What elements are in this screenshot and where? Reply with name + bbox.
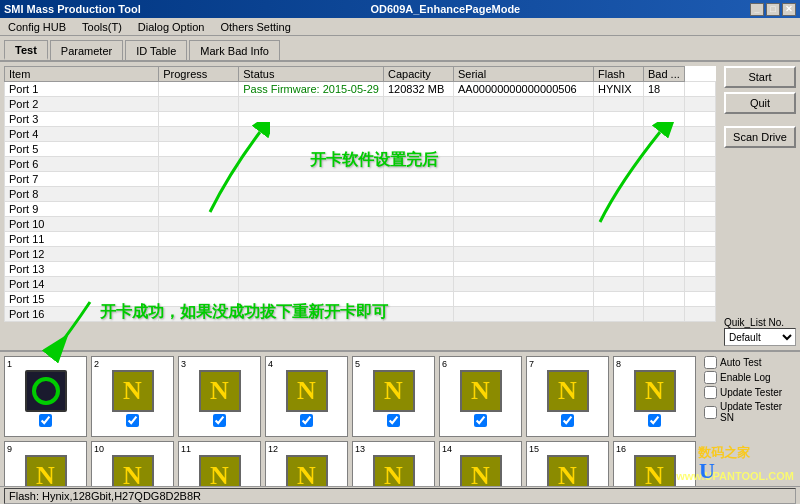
port-checkbox[interactable] [648, 414, 661, 427]
table-cell [593, 247, 643, 262]
col-status: Status [239, 67, 384, 82]
table-cell [453, 292, 593, 307]
table-cell [159, 157, 239, 172]
auto-test-checkbox[interactable] [704, 356, 717, 369]
tab-id-table[interactable]: ID Table [125, 40, 187, 60]
table-cell [684, 217, 715, 232]
menu-tools[interactable]: Tools(T) [78, 20, 126, 34]
port-checkbox[interactable] [561, 414, 574, 427]
menu-others[interactable]: Others Setting [216, 20, 294, 34]
table-row: Port 10 [5, 217, 716, 232]
table-cell [159, 202, 239, 217]
quik-dropdown[interactable]: Default [724, 328, 796, 346]
port-icon-n: N [286, 370, 328, 412]
port-cell: 8N [613, 356, 696, 437]
port-checkbox[interactable] [213, 414, 226, 427]
table-cell [643, 292, 684, 307]
port-cell: 3N [178, 356, 261, 437]
update-tester-checkbox[interactable] [704, 386, 717, 399]
table-cell [684, 82, 715, 97]
title-left: SMI Mass Production Tool [4, 3, 141, 15]
table-cell [684, 202, 715, 217]
table-cell [383, 157, 453, 172]
table-cell: AA00000000000000506 [453, 82, 593, 97]
port-checkbox[interactable] [39, 414, 52, 427]
port-number: 14 [442, 444, 452, 454]
table-cell [643, 247, 684, 262]
menu-config[interactable]: Config HUB [4, 20, 70, 34]
table-cell [593, 157, 643, 172]
port-icon: N [373, 370, 415, 412]
table-cell [643, 277, 684, 292]
table-cell [643, 157, 684, 172]
table-cell: Pass Firmware: 2015-05-29 [239, 82, 384, 97]
table-row: Port 12 [5, 247, 716, 262]
bottom-section: 12N3N4N5N6N7N8N9N10N11N12N13N14N15N16N A… [0, 350, 800, 504]
table-row: Port 3 [5, 112, 716, 127]
table-cell [453, 217, 593, 232]
port-checkbox[interactable] [474, 414, 487, 427]
tab-parameter[interactable]: Parameter [50, 40, 123, 60]
table-cell [593, 97, 643, 112]
table-cell [383, 187, 453, 202]
table-cell [453, 97, 593, 112]
table-cell [643, 172, 684, 187]
port-cell: 5N [352, 356, 435, 437]
col-progress: Progress [159, 67, 239, 82]
maximize-button[interactable]: □ [766, 3, 780, 16]
close-button[interactable]: ✕ [782, 3, 796, 16]
table-cell [643, 232, 684, 247]
table-cell [383, 232, 453, 247]
menu-dialog[interactable]: Dialog Option [134, 20, 209, 34]
table-cell [239, 142, 384, 157]
table-cell: Port 5 [5, 142, 159, 157]
table-row: Port 15 [5, 292, 716, 307]
table-cell [593, 202, 643, 217]
update-tester-sn-checkbox[interactable] [704, 406, 717, 419]
port-checkbox[interactable] [387, 414, 400, 427]
scan-button[interactable]: Scan Drive [724, 126, 796, 148]
table-cell [453, 127, 593, 142]
quit-button[interactable]: Quit [724, 92, 796, 114]
port-active-circle [32, 377, 60, 405]
table-cell: Port 8 [5, 187, 159, 202]
table-cell [593, 292, 643, 307]
minimize-button[interactable]: _ [750, 3, 764, 16]
table-cell: 18 [643, 82, 684, 97]
table-cell [684, 142, 715, 157]
table-cell [684, 127, 715, 142]
port-icon-n: N [460, 370, 502, 412]
table-cell [684, 157, 715, 172]
title-bar: SMI Mass Production Tool OD609A_EnhanceP… [0, 0, 800, 18]
table-cell [383, 292, 453, 307]
port-number: 5 [355, 359, 360, 369]
table-row: Port 5 [5, 142, 716, 157]
table-cell: Port 4 [5, 127, 159, 142]
port-icon: N [199, 370, 241, 412]
table-row: Port 13 [5, 262, 716, 277]
tab-mark-bad[interactable]: Mark Bad Info [189, 40, 279, 60]
port-checkbox[interactable] [300, 414, 313, 427]
table-cell [239, 247, 384, 262]
tab-test[interactable]: Test [4, 40, 48, 60]
table-cell: Port 3 [5, 112, 159, 127]
port-number: 10 [94, 444, 104, 454]
table-cell [239, 202, 384, 217]
table-cell [684, 112, 715, 127]
menu-bar: Config HUB Tools(T) Dialog Option Others… [0, 18, 800, 36]
table-cell [453, 202, 593, 217]
table-cell [593, 262, 643, 277]
col-capacity: Capacity [383, 67, 453, 82]
table-cell [159, 172, 239, 187]
port-cell: 4N [265, 356, 348, 437]
enable-log-checkbox[interactable] [704, 371, 717, 384]
port-number: 7 [529, 359, 534, 369]
update-tester-row: Update Tester [704, 386, 796, 399]
table-cell [453, 187, 593, 202]
table-cell [159, 97, 239, 112]
port-checkbox[interactable] [126, 414, 139, 427]
table-cell [159, 127, 239, 142]
right-controls: Auto Test Enable Log Update Tester Updat… [700, 352, 800, 504]
start-button[interactable]: Start [724, 66, 796, 88]
table-cell [684, 247, 715, 262]
